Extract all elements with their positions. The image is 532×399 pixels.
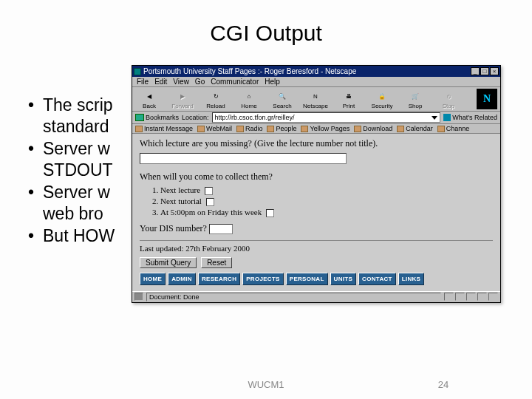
forward-icon: ▶ xyxy=(176,91,189,103)
print-button[interactable]: 🖶Print xyxy=(335,91,363,109)
separator xyxy=(140,240,493,241)
link-icon xyxy=(135,126,143,132)
quicklink-download[interactable]: Download xyxy=(354,125,392,132)
location-label: Location: xyxy=(182,114,209,121)
window-title: Portsmouth University Staff Pages :- Rog… xyxy=(143,67,470,75)
option-2: Next tutorial xyxy=(160,197,493,206)
quicklink-radio[interactable]: Radio xyxy=(236,125,263,132)
shop-button[interactable]: 🛒Shop xyxy=(401,91,429,109)
reload-icon: ↻ xyxy=(209,91,222,103)
dropdown-icon[interactable] xyxy=(432,116,437,120)
personal-toolbar: Instant Message WebMail Radio People Yel… xyxy=(132,124,500,134)
home-button[interactable]: ⌂Home xyxy=(235,91,263,109)
bookmark-icon xyxy=(135,114,144,121)
slide-footer: WUCM1 24 xyxy=(0,379,532,390)
titlebar[interactable]: Portsmouth University Staff Pages :- Rog… xyxy=(132,66,500,77)
quicklink-channels[interactable]: Channe xyxy=(437,125,470,132)
footer-center: WUCM1 xyxy=(177,379,355,390)
stop-icon: ⦸ xyxy=(442,91,455,103)
menubar: File Edit View Go Communicator Help xyxy=(132,77,500,87)
statusbar: Document: Done xyxy=(132,291,500,302)
bookmarks-button[interactable]: Bookmarks xyxy=(135,114,179,121)
related-icon xyxy=(443,114,451,121)
option-1: Next lecture xyxy=(160,185,493,195)
shop-icon: 🛒 xyxy=(409,91,422,103)
nav-links[interactable]: LINKS xyxy=(398,273,425,285)
bullet-text: Server w xyxy=(43,138,110,160)
dis-number-label: Your DIS number? xyxy=(140,223,207,233)
link-icon xyxy=(301,126,308,132)
reload-button[interactable]: ↻Reload xyxy=(202,91,230,109)
reset-button[interactable]: Reset xyxy=(201,257,232,268)
slide-title: CGI Output xyxy=(0,0,532,55)
stop-button[interactable]: ⦸Stop xyxy=(434,91,463,109)
back-button[interactable]: ◀Back xyxy=(135,91,163,109)
collection-options: Next lecture Next tutorial At 5:00pm on … xyxy=(160,185,493,217)
menu-communicator[interactable]: Communicator xyxy=(211,78,259,86)
submit-button[interactable]: Submit Query xyxy=(140,257,197,268)
nav-home[interactable]: HOME xyxy=(140,273,166,285)
search-icon: 🔍 xyxy=(276,91,289,103)
bullet-text: standard xyxy=(43,116,109,137)
slide-bullets: •The scrip standard •Server w STDOUT •Se… xyxy=(28,95,115,247)
close-button[interactable]: × xyxy=(490,67,499,75)
nav-contact[interactable]: CONTACT xyxy=(358,273,396,285)
quicklink-instant-message[interactable]: Instant Message xyxy=(135,125,193,132)
netscape-button[interactable]: NNetscape xyxy=(301,91,330,109)
forward-button[interactable]: ▶Forward xyxy=(168,91,197,109)
minimize-button[interactable]: _ xyxy=(471,67,480,75)
home-icon: ⌂ xyxy=(242,91,256,103)
lecture-number-input[interactable] xyxy=(140,153,347,164)
nav-personal[interactable]: PERSONAL xyxy=(286,273,328,285)
nav-units[interactable]: UNITS xyxy=(330,273,357,285)
security-button[interactable]: 🔒Security xyxy=(368,91,396,109)
quicklink-people[interactable]: People xyxy=(267,125,296,132)
link-icon xyxy=(267,126,274,132)
menu-file[interactable]: File xyxy=(137,78,149,86)
quicklink-calendar[interactable]: Calendar xyxy=(397,125,433,132)
netscape-logo: N xyxy=(477,89,497,109)
nav-projects[interactable]: PROJECTS xyxy=(242,273,284,285)
page-content: Which lecture are you missing? (Give the… xyxy=(132,134,500,291)
component-bar xyxy=(444,293,498,301)
link-icon xyxy=(197,126,205,132)
link-icon xyxy=(354,126,361,132)
maximize-button[interactable]: □ xyxy=(480,67,489,75)
url-input[interactable]: http://rb.csoc.tfon.gr/reilley/ xyxy=(212,112,441,123)
link-icon xyxy=(397,126,404,132)
dis-number-input[interactable] xyxy=(209,224,233,234)
tray-news-icon[interactable] xyxy=(466,293,476,301)
tray-mail-icon[interactable] xyxy=(455,293,465,301)
footer-page-number: 24 xyxy=(355,379,532,390)
tray-navigator-icon[interactable] xyxy=(444,293,454,301)
checkbox-friday-5pm[interactable] xyxy=(266,209,274,217)
status-lock-icon xyxy=(134,293,143,301)
nav-research[interactable]: RESEARCH xyxy=(198,273,240,285)
lock-icon: 🔒 xyxy=(375,91,389,103)
tray-addressbook-icon[interactable] xyxy=(477,293,487,301)
checkbox-next-tutorial[interactable] xyxy=(206,198,214,206)
netscape-window: Portsmouth University Staff Pages :- Rog… xyxy=(132,65,501,303)
menu-view[interactable]: View xyxy=(173,78,189,86)
url-text: http://rb.csoc.tfon.gr/reilley/ xyxy=(215,114,295,121)
status-text: Document: Done xyxy=(146,293,441,301)
quicklink-yellow-pages[interactable]: Yellow Pages xyxy=(301,125,349,132)
quicklink-webmail[interactable]: WebMail xyxy=(197,125,232,132)
netscape-icon: N xyxy=(309,91,322,103)
nav-admin[interactable]: ADMIN xyxy=(168,273,196,285)
link-icon xyxy=(437,126,445,132)
search-button[interactable]: 🔍Search xyxy=(268,91,296,109)
whats-related-button[interactable]: What's Related xyxy=(443,114,497,121)
last-updated: Last updated: 27th February 2000 xyxy=(140,244,493,253)
question-2: When will you come to collect them? xyxy=(140,171,493,183)
bullet-text: Server w xyxy=(43,182,110,203)
menu-edit[interactable]: Edit xyxy=(154,78,167,86)
site-nav: HOME ADMIN RESEARCH PROJECTS PERSONAL UN… xyxy=(140,273,493,285)
menu-help[interactable]: Help xyxy=(265,78,280,86)
checkbox-next-lecture[interactable] xyxy=(205,187,213,195)
menu-go[interactable]: Go xyxy=(195,78,205,86)
question-1: Which lecture are you missing? (Give the… xyxy=(140,138,493,149)
tray-composer-icon[interactable] xyxy=(488,293,498,301)
back-icon: ◀ xyxy=(143,91,156,103)
option-3: At 5:00pm on Friday this week xyxy=(160,208,493,217)
